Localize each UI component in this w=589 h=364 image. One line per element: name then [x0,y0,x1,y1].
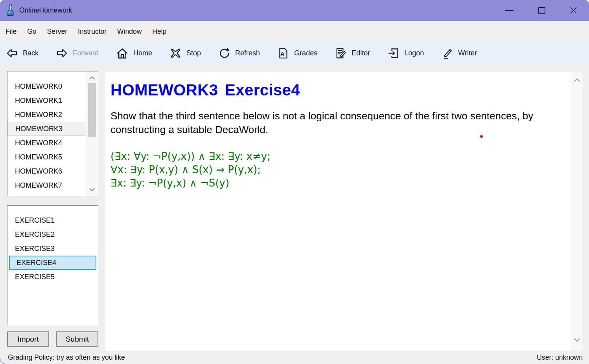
writer-button[interactable]: Writer [441,47,477,59]
editor-label: Editor [352,49,370,57]
grades-button[interactable]: A + Grades [277,47,317,59]
logon-label: Logon [404,49,424,57]
homework-list-item[interactable]: HOMEWORK7 [7,178,86,192]
home-button[interactable]: Home [116,47,152,60]
scroll-down-icon[interactable] [571,334,583,345]
stop-button[interactable]: Stop [169,47,201,59]
back-button[interactable]: Back [6,47,39,59]
svg-text:+: + [284,50,286,54]
exercise-list-item[interactable]: EXERCISE2 [7,227,98,241]
user-status-text: User: unknown [537,353,583,362]
homework-list-item[interactable]: HOMEWORK3 [7,122,86,136]
stop-label: Stop [186,49,201,57]
forward-icon [56,47,68,59]
exercise-list-item[interactable]: EXERCISE1 [7,213,98,227]
grading-policy-text: Grading Policy: try as often as you like [8,353,125,362]
homework-list-item[interactable]: HOMEWORK5 [7,150,86,164]
exercise-instructions: Show that the third sentence below is no… [110,109,545,137]
content-scrollbar[interactable] [571,72,583,351]
homework-listbox: HOMEWORK0HOMEWORK1HOMEWORK2HOMEWORK3HOME… [7,71,98,196]
scroll-up-icon[interactable] [86,72,98,83]
exercise-list: EXERCISE1EXERCISE2EXERCISE3EXERCISE4EXER… [7,213,98,284]
homework-list-item[interactable]: HOMEWORK2 [7,108,86,122]
close-icon [570,7,577,14]
homework-list-item[interactable]: HOMEWORK6 [7,164,86,178]
maximize-icon [538,7,545,14]
homework-list-item[interactable]: HOMEWORK0 [7,79,86,93]
close-button[interactable] [567,0,580,21]
exercise-listbox: EXERCISE1EXERCISE2EXERCISE3EXERCISE4EXER… [7,205,98,325]
window-corner-decoration [0,358,6,364]
formula-line: (∃x: ∀y: ¬P(y,x)) ∧ ∃x: ∃y: x≠y; [110,150,571,163]
homework-list-item[interactable]: HOMEWORK1 [7,93,86,108]
scroll-up-icon[interactable] [571,74,583,85]
back-label: Back [23,49,39,57]
formula-line: ∃x: ∃y: ¬P(y,x) ∧ ¬S(y) [110,176,571,190]
writer-icon [441,47,453,59]
refresh-label: Refresh [235,49,260,57]
home-icon [116,47,129,60]
minimize-icon [505,10,514,11]
menu-item[interactable]: File [6,27,17,36]
grades-icon: A + [277,47,289,59]
menu-item[interactable]: Window [117,27,142,36]
app-window: OnlineHomework FileGoServerInstructorWin… [0,0,589,364]
scrollbar-thumb[interactable] [88,83,96,137]
refresh-button[interactable]: Refresh [218,47,260,59]
exercise-list-item[interactable]: EXERCISE4 [9,256,96,270]
writer-label: Writer [458,49,477,57]
window-title: OnlineHomework [19,6,72,15]
menu-item[interactable]: Help [152,27,166,36]
editor-button[interactable]: Editor [335,47,370,59]
logon-button[interactable]: Logon [387,47,424,59]
formula-line: ∀x: ∃y: P(x,y) ∧ S(x) ⇒ P(y,x); [110,163,571,176]
toolbar: Back Forward Home Stop [0,42,589,64]
import-button[interactable]: Import [7,331,49,347]
back-icon [6,47,18,59]
maximize-button[interactable] [535,0,549,21]
stop-icon [169,47,182,59]
minimize-button[interactable] [502,0,516,21]
scroll-down-icon[interactable] [86,184,98,195]
statusbar: Grading Policy: try as often as you like… [0,351,589,364]
grades-label: Grades [294,49,317,57]
menubar: FileGoServerInstructorWindowHelp [0,21,589,42]
forward-button[interactable]: Forward [56,47,99,59]
forward-label: Forward [73,49,99,57]
editor-icon [335,47,347,59]
main-content: HOMEWORK3 Exercise4 Show that the third … [105,72,571,351]
menu-item[interactable]: Go [27,27,36,36]
menu-item[interactable]: Instructor [78,27,107,36]
submit-button[interactable]: Submit [56,331,98,347]
menu-item[interactable]: Server [47,27,68,36]
exercise-list-item[interactable]: EXERCISE3 [7,241,98,256]
flask-app-icon [5,4,16,16]
logon-icon [387,47,399,59]
refresh-icon [218,47,230,59]
exercise-list-item[interactable]: EXERCISE5 [7,270,98,284]
homework-list: HOMEWORK0HOMEWORK1HOMEWORK2HOMEWORK3HOME… [7,79,86,192]
home-label: Home [133,49,152,57]
homework-list-item[interactable]: HOMEWORK4 [7,136,86,150]
titlebar: OnlineHomework [0,0,589,21]
page-title: HOMEWORK3 Exercise4 [110,81,571,99]
formula-block: (∃x: ∀y: ¬P(y,x)) ∧ ∃x: ∃y: x≠y;∀x: ∃y: … [110,150,571,190]
red-dot-marker [480,135,483,138]
homework-scrollbar[interactable] [86,71,98,196]
